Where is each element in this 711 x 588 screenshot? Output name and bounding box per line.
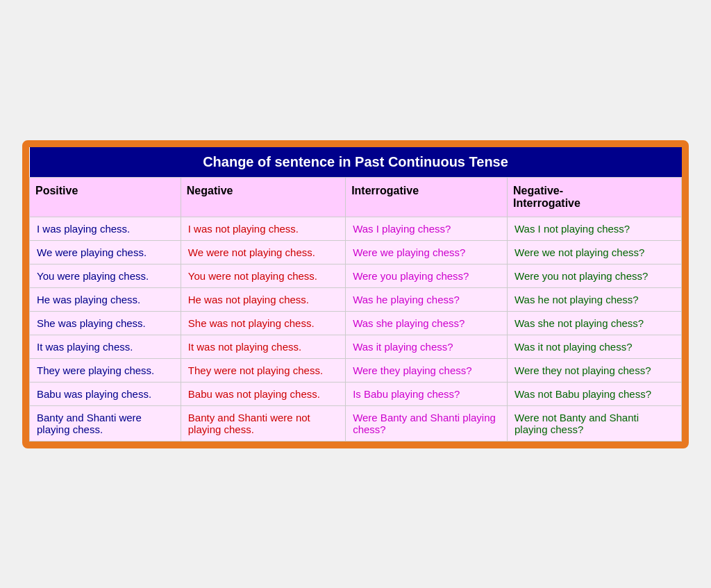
- cell-negative: They were not playing chess.: [181, 358, 345, 382]
- cell-positive: You were playing chess.: [30, 264, 181, 287]
- cell-interrogative: Was it playing chess?: [346, 335, 508, 358]
- cell-negative: It was not playing chess.: [181, 335, 345, 358]
- title-row: Change of sentence in Past Continuous Te…: [30, 147, 682, 178]
- table-row: You were playing chess.You were not play…: [30, 264, 682, 287]
- header-interrogative: Interrogative: [346, 177, 508, 217]
- header-neg-interrogative: Negative-Interrogative: [508, 177, 682, 217]
- cell-negative: You were not playing chess.: [181, 264, 345, 287]
- cell-positive: They were playing chess.: [30, 358, 181, 382]
- cell-interrogative: Is Babu playing chess?: [346, 382, 508, 405]
- grammar-table: Change of sentence in Past Continuous Te…: [29, 147, 682, 442]
- cell-positive: He was playing chess.: [30, 287, 181, 311]
- header-positive: Positive: [30, 177, 181, 217]
- cell-neg-interrogative: Was it not playing chess?: [508, 335, 682, 358]
- cell-positive: It was playing chess.: [30, 335, 181, 358]
- cell-neg-interrogative: Were you not playing chess?: [508, 264, 682, 287]
- cell-positive: I was playing chess.: [30, 217, 181, 240]
- table-row: They were playing chess.They were not pl…: [30, 358, 682, 382]
- cell-positive: We were playing chess.: [30, 240, 181, 264]
- table-container: Change of sentence in Past Continuous Te…: [22, 140, 689, 448]
- cell-interrogative: Were Banty and Shanti playing chess?: [346, 405, 508, 441]
- cell-negative: She was not playing chess.: [181, 311, 345, 335]
- table-title: Change of sentence in Past Continuous Te…: [30, 147, 682, 178]
- table-row: Babu was playing chess.Babu was not play…: [30, 382, 682, 405]
- cell-interrogative: Were you playing chess?: [346, 264, 508, 287]
- cell-neg-interrogative: Was she not playing chess?: [508, 311, 682, 335]
- cell-positive: Banty and Shanti were playing chess.: [30, 405, 181, 441]
- cell-negative: Banty and Shanti were not playing chess.: [181, 405, 345, 441]
- table-row: He was playing chess.He was not playing …: [30, 287, 682, 311]
- cell-negative: I was not playing chess.: [181, 217, 345, 240]
- cell-neg-interrogative: Were we not playing chess?: [508, 240, 682, 264]
- table-row: It was playing chess.It was not playing …: [30, 335, 682, 358]
- cell-interrogative: Was I playing chess?: [346, 217, 508, 240]
- cell-interrogative: Was he playing chess?: [346, 287, 508, 311]
- cell-negative: We were not playing chess.: [181, 240, 345, 264]
- cell-neg-interrogative: Were they not playing chess?: [508, 358, 682, 382]
- cell-neg-interrogative: Was I not playing chess?: [508, 217, 682, 240]
- cell-positive: She was playing chess.: [30, 311, 181, 335]
- header-row: Positive Negative Interrogative Negative…: [30, 177, 682, 217]
- cell-neg-interrogative: Were not Banty and Shanti playing chess?: [508, 405, 682, 441]
- table-row: Banty and Shanti were playing chess.Bant…: [30, 405, 682, 441]
- table-row: She was playing chess.She was not playin…: [30, 311, 682, 335]
- cell-interrogative: Were we playing chess?: [346, 240, 508, 264]
- cell-neg-interrogative: Was he not playing chess?: [508, 287, 682, 311]
- cell-neg-interrogative: Was not Babu playing chess?: [508, 382, 682, 405]
- cell-negative: He was not playing chess.: [181, 287, 345, 311]
- header-negative: Negative: [181, 177, 345, 217]
- cell-positive: Babu was playing chess.: [30, 382, 181, 405]
- cell-interrogative: Was she playing chess?: [346, 311, 508, 335]
- table-row: I was playing chess.I was not playing ch…: [30, 217, 682, 240]
- table-row: We were playing chess.We were not playin…: [30, 240, 682, 264]
- cell-negative: Babu was not playing chess.: [181, 382, 345, 405]
- cell-interrogative: Were they playing chess?: [346, 358, 508, 382]
